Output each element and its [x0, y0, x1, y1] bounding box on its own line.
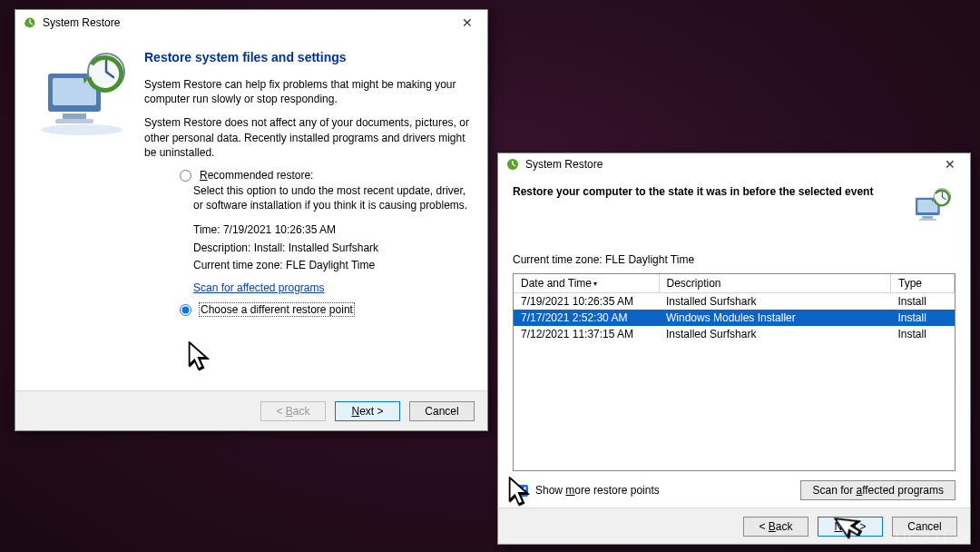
system-restore-icon: [23, 15, 37, 30]
restore-list-body: Restore your computer to the state it wa…: [498, 176, 970, 508]
cell-desc: Installed Surfshark: [659, 326, 891, 342]
info-desc-label: Description:: [193, 242, 250, 254]
info-desc-value: Install: Installed Surfshark: [254, 242, 378, 254]
svg-rect-5: [55, 119, 93, 123]
recommended-restore-label: RRecommended restore:ecommended restore:: [200, 169, 313, 182]
choose-different-radio[interactable]: [180, 304, 191, 316]
cell-dt: 7/17/2021 2:52:30 AM: [514, 310, 659, 326]
restore-hero-icon: [32, 46, 132, 318]
wizard-button-row: < Back Next > Cancel: [15, 390, 487, 430]
svg-rect-10: [922, 216, 933, 219]
col-desc[interactable]: Description: [659, 274, 891, 293]
wizard-intro-1: System Restore can help fix problems tha…: [144, 77, 471, 106]
next-button[interactable]: Next >: [335, 401, 400, 421]
cell-dt: 7/12/2021 11:37:15 AM: [514, 326, 659, 342]
back-button: < Back: [260, 401, 326, 421]
info-tz-value: FLE Daylight Time: [286, 259, 375, 271]
table-row[interactable]: 7/19/2021 10:26:35 AMInstalled Surfshark…: [514, 293, 955, 310]
recommended-restore-radio[interactable]: [180, 170, 191, 182]
titlebar[interactable]: System Restore ✕: [15, 10, 487, 35]
wizard-intro-2: System Restore does not affect any of yo…: [144, 115, 471, 160]
info-time-value: 7/19/2021 10:26:35 AM: [223, 223, 336, 236]
cell-type: Install: [891, 326, 955, 342]
cell-desc: Windows Modules Installer: [659, 310, 891, 326]
titlebar[interactable]: System Restore ✕: [498, 153, 970, 176]
back-button[interactable]: < Back: [743, 517, 808, 537]
system-restore-icon: [505, 157, 520, 172]
cancel-button[interactable]: Cancel: [409, 401, 475, 421]
restore-points-table[interactable]: Date and Time▾ Description Type 7/19/202…: [513, 273, 956, 471]
window-title: System Restore: [43, 16, 451, 29]
cell-desc: Installed Surfshark: [659, 293, 891, 310]
close-button[interactable]: ✕: [451, 12, 484, 34]
info-tz-label: Current time zone:: [193, 259, 283, 271]
scan-affected-button[interactable]: Scan for affected programs: [800, 480, 956, 500]
next-button[interactable]: Next >: [818, 517, 883, 537]
recommended-restore-desc: Select this option to undo the most rece…: [193, 183, 471, 212]
restore-info: Time: 7/19/2021 10:26:35 AM Description:…: [193, 222, 471, 274]
table-row[interactable]: 7/17/2021 2:52:30 AMWindows Modules Inst…: [514, 310, 955, 326]
col-date[interactable]: Date and Time▾: [514, 274, 659, 293]
info-time-label: Time:: [193, 223, 220, 236]
restore-list-header: Restore your computer to the state it wa…: [513, 185, 956, 230]
choose-different-option[interactable]: Choose a different restore point: [175, 303, 471, 316]
wizard-heading: Restore system files and settings: [144, 50, 471, 64]
watermark: UG≡TFIX: [896, 527, 972, 547]
choose-different-label: Choose a different restore point: [200, 303, 354, 316]
cell-type: Install: [891, 293, 955, 310]
cell-type: Install: [891, 310, 955, 326]
cell-dt: 7/19/2021 10:26:35 AM: [514, 293, 659, 310]
sort-desc-icon: ▾: [593, 280, 597, 288]
close-button[interactable]: ✕: [934, 153, 966, 175]
col-type[interactable]: Type: [891, 274, 955, 293]
window-title: System Restore: [525, 158, 934, 171]
show-more-checkbox[interactable]: [516, 485, 528, 497]
scan-affected-link[interactable]: Scan for affected programs: [193, 281, 325, 294]
wizard-text-column: Restore system files and settings System…: [144, 46, 471, 318]
svg-rect-4: [63, 113, 86, 119]
show-more-restore-points[interactable]: Show more restore points: [513, 482, 660, 499]
wizard-body: Restore system files and settings System…: [15, 35, 487, 390]
recommended-restore-option[interactable]: RRecommended restore:ecommended restore:: [175, 169, 471, 182]
table-row[interactable]: 7/12/2021 11:37:15 AMInstalled Surfshark…: [514, 326, 955, 342]
system-restore-wizard-window: System Restore ✕ Restore system files: [15, 9, 488, 431]
svg-rect-11: [919, 219, 936, 221]
restore-hero-icon-small: [906, 185, 956, 230]
timezone-line: Current time zone: FLE Daylight Time: [513, 253, 956, 266]
restore-list-heading: Restore your computer to the state it wa…: [513, 185, 897, 198]
svg-point-1: [41, 124, 122, 135]
restore-point-list-window: System Restore ✕ Restore your computer t…: [497, 153, 971, 545]
